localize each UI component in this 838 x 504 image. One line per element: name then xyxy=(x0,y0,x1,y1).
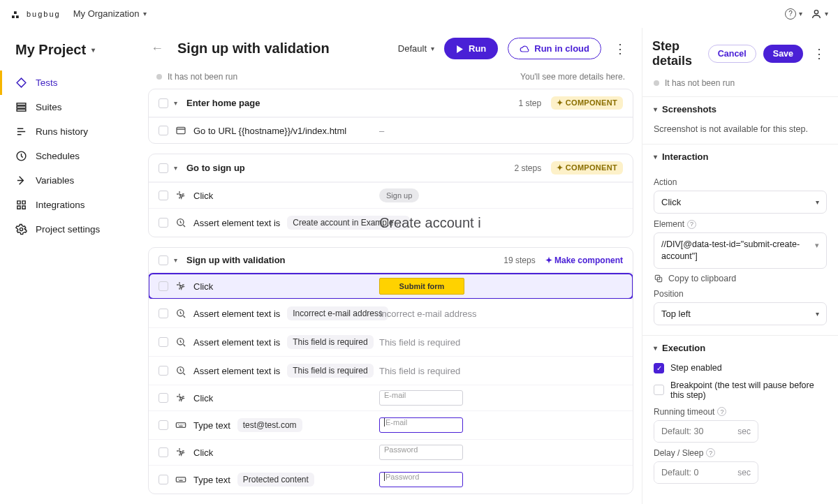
group-checkbox[interactable] xyxy=(159,98,168,108)
step-row[interactable]: Assert element text isCreate account in … xyxy=(149,208,633,237)
view-selector[interactable]: Default ▾ xyxy=(398,43,434,54)
section-toggle-screenshots[interactable]: ▾ Screenshots xyxy=(642,97,838,121)
chevron-down-icon: ▾ xyxy=(174,164,181,172)
step-label: Click xyxy=(193,447,213,458)
project-switcher[interactable]: My Project ▾ xyxy=(0,34,139,71)
step-row[interactable]: ClickSubmit form xyxy=(149,273,633,299)
step-type-icon xyxy=(175,336,186,348)
nav-label: Variables xyxy=(36,175,74,186)
step-preview: Create account i xyxy=(379,215,623,231)
nav-item-runs-history[interactable]: Runs history xyxy=(0,119,139,144)
section-title: Interaction xyxy=(662,151,708,162)
step-checkbox[interactable] xyxy=(159,337,168,347)
nav-icon xyxy=(15,101,27,113)
section-toggle-interaction[interactable]: ▾ Interaction xyxy=(642,144,838,169)
nav-icon xyxy=(15,199,27,211)
step-type-icon xyxy=(175,474,186,485)
group-header[interactable]: ▾Go to sign up2 steps✦ COMPONENT xyxy=(149,154,633,182)
save-button[interactable]: Save xyxy=(763,45,803,63)
group-header[interactable]: ▾Sign up with validation19 steps✦ Make c… xyxy=(149,248,633,273)
breakpoint-label: Breakpoint (the test will pause before t… xyxy=(670,380,827,400)
group-header[interactable]: ▾Enter home page1 step✦ COMPONENT xyxy=(149,89,633,117)
help-icon[interactable]: ? xyxy=(717,407,726,416)
nav-item-suites[interactable]: Suites xyxy=(0,95,139,119)
step-value: This field is required xyxy=(287,364,373,378)
element-selector-input[interactable]: //DIV[@data-test-id="submit-create-accou… xyxy=(654,232,827,269)
preview-submit-button: Submit form xyxy=(379,278,464,295)
step-row[interactable]: ClickE-mail xyxy=(149,385,633,410)
step-checkbox[interactable] xyxy=(159,309,168,318)
step-group: ▾Go to sign up2 steps✦ COMPONENTClickSig… xyxy=(148,154,633,237)
nav-item-variables[interactable]: Variables xyxy=(0,168,139,193)
step-row[interactable]: ClickSign up xyxy=(149,182,633,208)
nav-item-schedules[interactable]: Schedules xyxy=(0,144,139,168)
cancel-button[interactable]: Cancel xyxy=(708,45,756,63)
element-value: //DIV[@data-test-id="submit-create-accou… xyxy=(661,239,800,261)
section-toggle-execution[interactable]: ▾ Execution xyxy=(642,336,838,360)
step-value: Protected content xyxy=(237,473,314,487)
step-checkbox[interactable] xyxy=(159,281,168,291)
step-type-icon xyxy=(175,308,186,319)
step-checkbox[interactable] xyxy=(159,191,168,200)
make-component-button[interactable]: ✦ Make component xyxy=(545,255,623,265)
step-row[interactable]: Assert element text isIncorrect e-mail a… xyxy=(149,299,633,327)
step-row[interactable]: Assert element text isThis field is requ… xyxy=(149,356,633,385)
svg-rect-1 xyxy=(17,103,26,105)
timeout-input[interactable] xyxy=(654,421,730,442)
step-row[interactable]: Go to URL {{hostname}}/v1/index.html– xyxy=(149,117,633,143)
play-icon xyxy=(456,45,464,52)
step-checkbox[interactable] xyxy=(159,393,168,403)
group-checkbox[interactable] xyxy=(159,255,168,265)
delay-input[interactable] xyxy=(654,462,730,483)
preview-text: This field is required xyxy=(379,337,460,348)
step-enabled-checkbox[interactable] xyxy=(654,363,664,373)
help-icon[interactable]: ? xyxy=(706,448,715,457)
preview-input: Password xyxy=(379,445,463,460)
step-row[interactable]: Assert element text isThis field is requ… xyxy=(149,327,633,356)
step-value: Incorrect e-mail address xyxy=(287,306,388,320)
panel-status-text: It has not been run xyxy=(665,78,735,88)
action-select[interactable]: Click ▾ xyxy=(654,191,827,214)
step-type-icon xyxy=(175,447,186,458)
test-menu-button[interactable]: ⋮ xyxy=(611,43,629,55)
nav-item-project-settings[interactable]: Project settings xyxy=(0,217,139,242)
nav-item-integrations[interactable]: Integrations xyxy=(0,193,139,217)
run-cloud-button[interactable]: Run in cloud xyxy=(508,38,601,59)
nav-icon xyxy=(15,126,27,138)
step-enabled-label: Step enabled xyxy=(670,363,722,373)
step-checkbox[interactable] xyxy=(159,475,168,484)
nav-item-tests[interactable]: Tests xyxy=(0,71,139,95)
step-row[interactable]: ClickPassword xyxy=(149,439,633,465)
step-value: This field is required xyxy=(287,335,373,349)
step-label: Assert element text is xyxy=(193,218,280,228)
step-row[interactable]: Type texttest@test.comE-mail xyxy=(149,410,633,439)
group-checkbox[interactable] xyxy=(159,163,168,173)
step-label: Type text xyxy=(193,420,230,431)
position-select[interactable]: Top left ▾ xyxy=(654,302,827,325)
nav-icon xyxy=(15,223,27,235)
step-type-icon xyxy=(175,217,186,228)
step-checkbox[interactable] xyxy=(159,366,168,376)
nav-icon xyxy=(15,150,27,162)
breakpoint-checkbox[interactable] xyxy=(654,385,664,395)
step-label: Assert element text is xyxy=(193,366,280,376)
step-checkbox[interactable] xyxy=(159,218,168,228)
svg-rect-2 xyxy=(17,106,26,108)
copy-selector-button[interactable]: Copy to clipboard xyxy=(654,274,827,283)
action-value: Click xyxy=(661,197,681,207)
step-checkbox[interactable] xyxy=(159,420,168,430)
account-menu[interactable]: ▾ xyxy=(811,8,828,20)
help-menu[interactable]: ? ▾ xyxy=(785,8,802,20)
back-button[interactable]: ← xyxy=(147,38,168,59)
panel-menu-button[interactable]: ⋮ xyxy=(810,47,828,60)
group-title: Go to sign up xyxy=(186,163,245,173)
org-switcher[interactable]: My Organization ▾ xyxy=(73,8,147,19)
run-button[interactable]: Run xyxy=(444,38,498,59)
step-checkbox[interactable] xyxy=(159,126,168,135)
position-value: Top left xyxy=(661,309,691,319)
step-preview: – xyxy=(379,126,623,136)
help-icon[interactable]: ? xyxy=(687,220,696,229)
step-checkbox[interactable] xyxy=(159,447,168,457)
brand-logo[interactable]: bugbug xyxy=(10,8,61,20)
step-row[interactable]: Type textProtected contentPassword xyxy=(149,465,633,494)
